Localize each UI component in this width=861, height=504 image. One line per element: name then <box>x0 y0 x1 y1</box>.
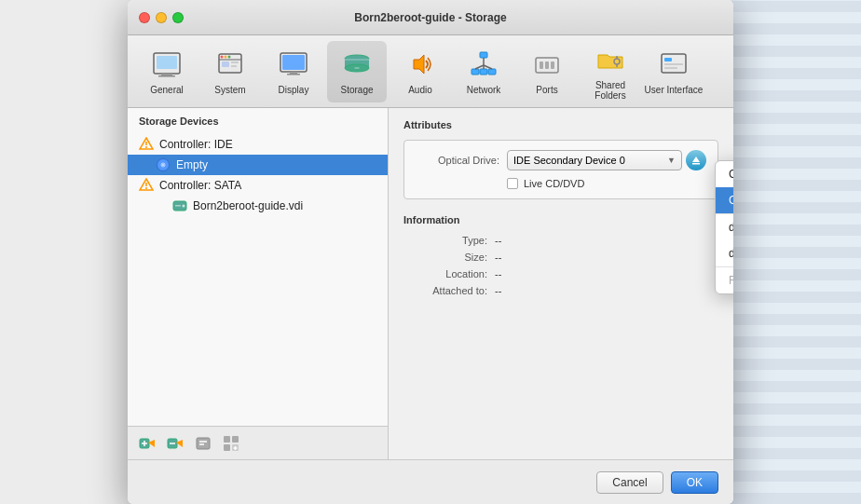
svg-rect-23 <box>472 69 479 75</box>
minimize-button[interactable] <box>156 12 167 23</box>
optical-drive-row: Optical Drive: IDE Secondary Device 0 ▼ <box>416 150 706 170</box>
svg-line-27 <box>475 65 484 69</box>
toolbar-label-network: Network <box>467 85 501 95</box>
svg-rect-11 <box>231 65 237 67</box>
attached-label: Attached to: <box>403 285 487 296</box>
optical-drive-label: Optical Drive: <box>416 155 499 166</box>
live-cd-checkbox[interactable] <box>507 178 518 189</box>
svg-marker-21 <box>414 55 424 74</box>
toolbar-label-shared: Shared Folders <box>581 80 640 101</box>
toolbar-label-ports: Ports <box>536 85 557 95</box>
system-icon <box>213 48 247 81</box>
optical-drive-value: IDE Secondary Device 0 <box>513 155 625 166</box>
window-title: Born2beroot-guide - Storage <box>354 11 506 24</box>
shared-icon <box>594 43 627 76</box>
toolbar-item-general[interactable]: General <box>137 41 197 102</box>
add-storage-button[interactable] <box>135 433 159 454</box>
svg-rect-38 <box>664 58 672 61</box>
remove-storage-button[interactable] <box>163 433 187 454</box>
optical-drive-select-wrapper: IDE Secondary Device 0 ▼ <box>507 150 706 170</box>
more-button[interactable] <box>219 433 243 454</box>
toolbar-label-system: System <box>214 85 245 95</box>
information-title: Information <box>403 214 718 225</box>
controller-sata-icon <box>139 178 154 193</box>
dropdown-item-choose-file[interactable]: Choose a disk file... <box>716 187 733 213</box>
controller-icon <box>139 137 154 152</box>
svg-rect-61 <box>224 436 230 443</box>
svg-rect-3 <box>158 75 175 77</box>
dropdown-item-remove-disk: Remove Disk from Virtual Drive <box>716 267 733 293</box>
tree-item-empty[interactable]: Empty <box>128 155 388 175</box>
display-icon <box>277 48 310 81</box>
optical-drive-select[interactable]: IDE Secondary Device 0 ▼ <box>507 150 682 170</box>
hdd-icon <box>172 198 187 213</box>
location-label: Location: <box>403 268 487 279</box>
titlebar: Born2beroot-guide - Storage <box>128 0 733 35</box>
tree-item-controller-ide[interactable]: Controller: IDE <box>128 134 388 155</box>
tree-item-vdi[interactable]: Born2beroot-guide.vdi <box>128 196 388 216</box>
attributes-title: Attributes <box>403 119 718 130</box>
svg-rect-31 <box>540 61 543 69</box>
toolbar-item-shared[interactable]: Shared Folders <box>581 41 640 102</box>
left-panel: Storage Devices Controller: IDE <box>128 108 389 459</box>
toolbar-label-ui: User Interface <box>645 85 704 95</box>
disc-icon <box>156 157 171 172</box>
toolbar-item-network[interactable]: Network <box>454 41 513 102</box>
close-button[interactable] <box>139 12 150 23</box>
attached-row: Attached to: -- <box>403 285 718 296</box>
toolbar-item-audio[interactable]: Audio <box>390 41 450 102</box>
dropdown-item-create-virtual[interactable]: Choose/Create a Virtual Optical Disk... <box>716 161 733 187</box>
attributes-section: Optical Drive: IDE Secondary Device 0 ▼ <box>403 140 718 199</box>
vdi-label: Born2beroot-guide.vdi <box>193 199 303 212</box>
toolbar-item-system[interactable]: System <box>200 41 260 102</box>
controller-ide-label: Controller: IDE <box>159 138 233 151</box>
svg-point-49 <box>145 187 147 189</box>
svg-rect-68 <box>692 163 700 165</box>
maximize-button[interactable] <box>172 12 184 23</box>
dropdown-item-debian2[interactable]: debian-10.10.0-amd64-netinst.iso <box>716 240 733 266</box>
svg-rect-10 <box>231 61 239 63</box>
general-icon <box>150 48 184 81</box>
storage-settings-button[interactable] <box>191 433 215 454</box>
svg-rect-39 <box>664 63 683 65</box>
svg-point-20 <box>354 67 360 69</box>
toolbar-item-ports[interactable]: Ports <box>517 41 577 102</box>
right-panel: Attributes Optical Drive: IDE Secondary … <box>389 108 733 459</box>
toolbar-item-display[interactable]: Display <box>264 41 323 102</box>
svg-point-46 <box>162 164 164 166</box>
storage-devices-title: Storage Devices <box>128 108 388 130</box>
svg-rect-32 <box>545 61 549 69</box>
eject-button[interactable] <box>686 150 706 170</box>
svg-rect-1 <box>157 56 177 69</box>
cancel-button[interactable]: Cancel <box>596 471 663 494</box>
svg-point-51 <box>183 205 185 208</box>
toolbar-item-storage[interactable]: Storage <box>327 41 387 102</box>
dropdown-item-debian1[interactable]: debian-10.10.0-amd64-netinst.iso <box>716 214 733 240</box>
size-row: Size: -- <box>403 252 718 263</box>
svg-rect-52 <box>175 205 181 207</box>
live-cd-label: Live CD/DVD <box>524 178 584 189</box>
toolbar-label-audio: Audio <box>408 85 432 95</box>
svg-rect-58 <box>197 438 210 449</box>
tree-item-controller-sata[interactable]: Controller: SATA <box>128 175 388 196</box>
svg-rect-62 <box>232 436 239 443</box>
toolbar-label-storage: Storage <box>340 85 373 95</box>
svg-rect-22 <box>480 52 487 58</box>
attached-value: -- <box>495 285 501 296</box>
svg-point-6 <box>221 56 224 59</box>
information-section: Information Type: -- Size: -- Location: … <box>403 214 718 302</box>
ok-button[interactable]: OK <box>671 471 718 494</box>
svg-rect-15 <box>287 74 300 75</box>
empty-label: Empty <box>176 158 208 171</box>
size-value: -- <box>495 252 501 263</box>
storage-icon <box>340 48 374 81</box>
toolbar-item-ui[interactable]: User Interface <box>644 41 704 102</box>
window-footer: Cancel OK <box>128 459 733 504</box>
network-icon <box>467 48 500 81</box>
type-value: -- <box>495 235 501 246</box>
traffic-lights <box>139 12 184 23</box>
main-window: Born2beroot-guide - Storage General <box>128 0 733 504</box>
location-row: Location: -- <box>403 268 718 279</box>
toolbar-label-display: Display <box>279 85 309 95</box>
size-label: Size: <box>403 252 487 263</box>
